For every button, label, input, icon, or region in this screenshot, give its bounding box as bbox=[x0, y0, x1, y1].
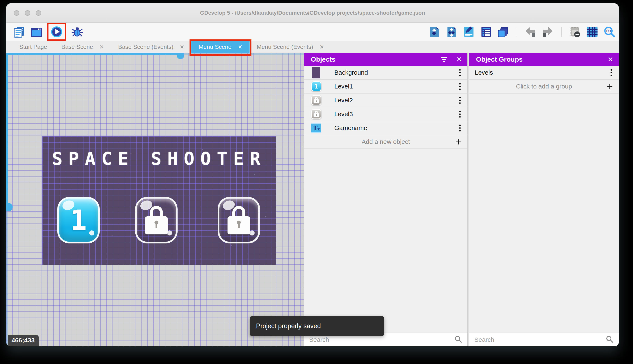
objects-panel: Objects ✕ Background 1 Level1 Level2 bbox=[304, 53, 467, 346]
plus-icon: + bbox=[607, 81, 613, 92]
horizontal-scroll-thumb[interactable] bbox=[177, 53, 184, 59]
main-area: SPACE SHOOTER 1 466;433 bbox=[6, 53, 619, 346]
vertical-scrollbar[interactable] bbox=[6, 53, 8, 346]
object-name: Background bbox=[334, 69, 368, 76]
gdevelop-window: GDevelop 5 - /Users/dkarakay/Documents/G… bbox=[6, 3, 619, 346]
object-name: Level2 bbox=[334, 97, 353, 104]
close-objects-panel-icon[interactable]: ✕ bbox=[456, 56, 462, 63]
export-object-icon[interactable] bbox=[428, 26, 441, 38]
level1-number: 1 bbox=[70, 204, 87, 236]
object-row-level2[interactable]: Level2 bbox=[304, 94, 467, 107]
tab-close-icon[interactable]: ✕ bbox=[238, 44, 242, 50]
grid-toggle-icon[interactable] bbox=[586, 26, 598, 38]
zoom-1-1-icon[interactable]: 1:1 bbox=[603, 26, 616, 38]
toolbar-right: 1:1 bbox=[428, 26, 616, 38]
object-groups-icon[interactable] bbox=[445, 26, 458, 38]
search-icon[interactable] bbox=[606, 335, 614, 344]
text-object-thumbnail: Tx bbox=[310, 122, 322, 134]
close-window-button[interactable] bbox=[14, 10, 19, 16]
object-row-level1[interactable]: 1 Level1 bbox=[304, 80, 467, 94]
object-row-background[interactable]: Background bbox=[304, 66, 467, 80]
object-row-level3[interactable]: Level3 bbox=[304, 107, 467, 121]
scene-title-text-object[interactable]: SPACE SHOOTER bbox=[42, 148, 276, 169]
add-group-label: Click to add a group bbox=[516, 83, 572, 90]
lock-icon bbox=[145, 206, 168, 234]
add-new-object-label: Add a new object bbox=[362, 138, 410, 145]
layers-icon[interactable] bbox=[497, 26, 510, 38]
toast-message: Project properly saved bbox=[256, 322, 321, 330]
tab-label: Menu Scene (Events) bbox=[257, 44, 313, 50]
tab-label: Base Scene (Events) bbox=[118, 44, 173, 50]
objects-search-input[interactable] bbox=[309, 336, 452, 343]
play-button-highlight-box bbox=[47, 23, 66, 41]
scene-editor-canvas[interactable]: SPACE SHOOTER 1 466;433 bbox=[6, 53, 304, 346]
object-name: Level1 bbox=[334, 83, 353, 90]
plus-icon: + bbox=[455, 136, 462, 147]
level2-locked-button-object[interactable] bbox=[135, 197, 178, 244]
toolbar: 1:1 bbox=[6, 23, 619, 41]
tab-menu-scene[interactable]: Menu Scene ✕ bbox=[191, 41, 249, 53]
object-groups-panel-header: Object Groups ✕ bbox=[469, 53, 619, 66]
filter-icon[interactable] bbox=[441, 56, 447, 62]
tab-close-icon[interactable]: ✕ bbox=[99, 44, 104, 50]
game-scene-preview[interactable]: SPACE SHOOTER 1 bbox=[42, 136, 276, 264]
toolbar-separator bbox=[561, 27, 562, 37]
object-name: Level3 bbox=[334, 110, 353, 118]
tab-close-icon[interactable]: ✕ bbox=[180, 44, 184, 50]
level1-button-object[interactable]: 1 bbox=[57, 197, 100, 244]
group-row-levels[interactable]: Levels bbox=[469, 66, 619, 80]
zoom-window-button[interactable] bbox=[36, 10, 41, 16]
object-row-gamename[interactable]: Tx Gamename bbox=[304, 121, 467, 135]
tab-bar: Start Page Base Scene ✕ Base Scene (Even… bbox=[6, 41, 619, 53]
instances-list-icon[interactable] bbox=[480, 26, 492, 38]
svg-text:1:1: 1:1 bbox=[606, 29, 611, 33]
tab-base-scene[interactable]: Base Scene ✕ bbox=[54, 41, 111, 53]
background-thumbnail bbox=[310, 66, 322, 79]
traffic-lights bbox=[14, 3, 41, 22]
cursor-coordinates-badge: 466;433 bbox=[8, 335, 39, 346]
add-group-button[interactable]: Click to add a group + bbox=[469, 80, 619, 94]
undo-icon[interactable] bbox=[524, 26, 537, 38]
level3-locked-button-object[interactable] bbox=[218, 197, 260, 244]
object-menu-icon[interactable] bbox=[458, 123, 462, 133]
toolbar-left bbox=[13, 23, 84, 41]
mask-toggle-icon[interactable] bbox=[569, 26, 581, 38]
groups-search-input[interactable] bbox=[474, 336, 603, 343]
add-new-object-button[interactable]: Add a new object + bbox=[304, 135, 467, 149]
toolbar-separator bbox=[517, 27, 517, 37]
titlebar: GDevelop 5 - /Users/dkarakay/Documents/G… bbox=[6, 3, 619, 23]
object-menu-icon[interactable] bbox=[458, 82, 462, 91]
object-menu-icon[interactable] bbox=[458, 68, 462, 77]
tab-base-scene-events[interactable]: Base Scene (Events) ✕ bbox=[111, 41, 191, 53]
close-object-groups-panel-icon[interactable]: ✕ bbox=[607, 56, 613, 63]
debug-icon[interactable] bbox=[71, 26, 84, 38]
tab-close-icon[interactable]: ✕ bbox=[320, 44, 324, 50]
object-name: Gamename bbox=[334, 124, 367, 132]
object-groups-panel-title: Object Groups bbox=[476, 56, 523, 63]
project-manager-icon[interactable] bbox=[13, 26, 25, 38]
play-icon[interactable] bbox=[50, 26, 63, 38]
tab-label: Start Page bbox=[19, 44, 47, 50]
object-menu-icon[interactable] bbox=[458, 110, 462, 119]
search-icon[interactable] bbox=[454, 335, 462, 344]
properties-icon[interactable] bbox=[463, 26, 475, 38]
horizontal-scrollbar[interactable] bbox=[6, 53, 304, 55]
level-button-thumbnail: 1 bbox=[310, 80, 322, 92]
window-title: GDevelop 5 - /Users/dkarakay/Documents/G… bbox=[200, 10, 425, 16]
locked-button-thumbnail bbox=[310, 108, 322, 120]
object-menu-icon[interactable] bbox=[458, 96, 462, 105]
redo-icon[interactable] bbox=[541, 26, 554, 38]
group-menu-icon[interactable] bbox=[609, 68, 613, 77]
locked-button-thumbnail bbox=[310, 94, 322, 106]
vertical-scroll-thumb[interactable] bbox=[6, 203, 13, 211]
tab-menu-scene-events[interactable]: Menu Scene (Events) ✕ bbox=[249, 41, 331, 53]
lock-icon bbox=[227, 206, 251, 234]
tab-start-page[interactable]: Start Page bbox=[12, 41, 54, 53]
object-groups-panel: Object Groups ✕ Levels Click to add a gr… bbox=[469, 53, 619, 346]
panel-divider[interactable] bbox=[467, 53, 469, 346]
scene-window-icon[interactable] bbox=[30, 26, 42, 38]
tab-label: Base Scene bbox=[61, 44, 93, 50]
minimize-window-button[interactable] bbox=[25, 10, 30, 16]
objects-panel-title: Objects bbox=[311, 56, 335, 63]
group-name: Levels bbox=[475, 69, 493, 76]
